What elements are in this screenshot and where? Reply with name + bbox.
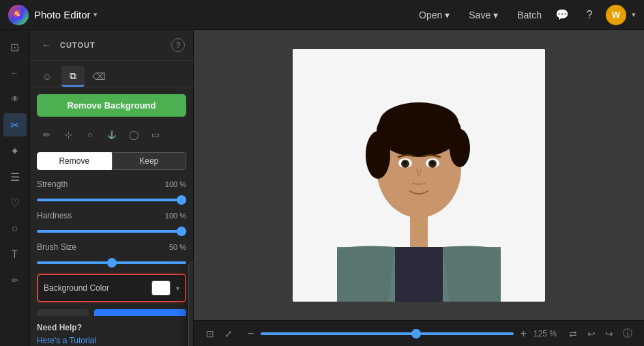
tool-anchor-button[interactable]: ⚓ (102, 125, 121, 144)
svg-point-16 (430, 161, 435, 165)
canvas-image (293, 49, 545, 302)
help-icon-button[interactable]: ? (579, 4, 600, 26)
effects-icon-button[interactable]: ✦ (3, 139, 27, 162)
tool-chat-button[interactable]: ○ (80, 125, 100, 144)
panel-back-button[interactable]: ← (38, 37, 55, 53)
strength-slider-group: Strength 100 % (37, 179, 186, 204)
canvas-viewport[interactable] (194, 30, 644, 320)
confirm-button[interactable]: ✓ (94, 309, 186, 316)
chat-icon-button[interactable]: 💬 (551, 4, 573, 26)
cancel-button[interactable]: ✕ (37, 309, 89, 316)
redo-button[interactable]: ↪ (604, 324, 615, 343)
color-picker-popup: Background Color 🔬 (188, 262, 194, 346)
background-color-row[interactable]: Background Color ▾ (37, 274, 186, 302)
tool-icons-row: ✏ ⊹ ○ ⚓ ◯ ▭ (37, 125, 186, 144)
tab-delete[interactable]: ⌫ (87, 66, 111, 87)
svg-rect-5 (395, 247, 443, 302)
side-panel: ← CUTOUT ? ☺ ⧉ ⌫ Remove Background ✏ ⊹ ○… (30, 30, 194, 346)
avatar-chevron[interactable]: ▾ (632, 10, 636, 19)
bg-color-label: Background Color (44, 283, 146, 293)
strength-slider[interactable] (37, 199, 186, 201)
tool-lasso-button[interactable]: ⊹ (59, 125, 78, 144)
title-chevron: ▾ (93, 10, 98, 19)
info-button[interactable]: ⓘ (622, 324, 634, 343)
panel-header: ← CUTOUT ? (30, 30, 193, 61)
brush-size-label: Brush Size (37, 242, 76, 252)
icon-bar: ⊡ ← 👁 ✂ ✦ ☰ ♡ ○ T ✏ (0, 30, 30, 346)
zoom-label: 125 % (533, 329, 561, 338)
undo-button[interactable]: ↩ (586, 324, 598, 343)
tutorial-link[interactable]: Here's a Tutorial (37, 336, 96, 345)
hardness-value: 100 % (165, 212, 186, 220)
action-row: ✕ ✓ (37, 309, 186, 316)
zoom-slider[interactable] (261, 332, 513, 335)
back-icon-button[interactable]: ← (3, 61, 27, 85)
strength-value: 100 % (165, 180, 186, 188)
hardness-slider-group: Hardness 100 % (37, 211, 186, 235)
panel-tabs: ☺ ⧉ ⌫ (30, 61, 193, 87)
svg-point-8 (366, 131, 390, 179)
remove-toggle-button[interactable]: Remove (37, 152, 112, 170)
panel-content: Remove Background ✏ ⊹ ○ ⚓ ◯ ▭ Remove Kee… (30, 87, 193, 316)
tool-circle-button[interactable]: ◯ (124, 125, 143, 144)
heart-icon-button[interactable]: ♡ (3, 191, 27, 214)
main-area: ⊡ ← 👁 ✂ ✦ ☰ ♡ ○ T ✏ ← CUTOUT ? ☺ ⧉ ⌫ Rem… (0, 30, 644, 346)
fullscreen-button[interactable]: ⤢ (223, 324, 235, 343)
hardness-slider[interactable] (37, 230, 186, 233)
hardness-label: Hardness (37, 211, 72, 220)
avatar[interactable]: W (606, 5, 626, 25)
text-icon-button[interactable]: T (3, 243, 27, 266)
svg-point-9 (450, 129, 470, 167)
shape-icon-button[interactable]: ○ (3, 217, 27, 240)
remove-background-button[interactable]: Remove Background (37, 94, 186, 117)
panel-help-button[interactable]: ? (171, 38, 185, 52)
need-help-section: Need Help? Here's a Tutorial (30, 316, 193, 346)
app-logo (8, 5, 29, 25)
tool-brush-button[interactable]: ✏ (37, 125, 56, 144)
canvas-area: ⊡ ⤢ − + 125 % ⇄ ↩ ↪ ⓘ (194, 30, 644, 346)
zoom-in-button[interactable]: + (521, 328, 527, 340)
strength-label: Strength (37, 179, 68, 189)
svg-point-15 (403, 161, 407, 165)
keep-toggle-button[interactable]: Keep (112, 152, 187, 170)
panel-title: CUTOUT (60, 41, 166, 49)
brush-size-value: 50 % (169, 243, 186, 251)
adjust-icon-button[interactable]: ☰ (3, 165, 27, 188)
bg-color-swatch (151, 280, 171, 295)
tab-layer[interactable]: ⧉ (61, 66, 85, 87)
need-help-title: Need Help? (37, 323, 186, 332)
tool-rect-button[interactable]: ▭ (146, 125, 165, 144)
svg-point-10 (379, 102, 458, 143)
flip-horizontal-button[interactable]: ⇄ (568, 324, 579, 343)
brush-size-slider[interactable] (37, 261, 186, 264)
svg-point-17 (417, 229, 421, 233)
toggle-row: Remove Keep (37, 152, 186, 170)
layers-icon-button[interactable]: ⊡ (3, 35, 27, 59)
person-svg (293, 49, 545, 302)
save-button[interactable]: Save ▾ (459, 5, 508, 25)
brush-size-slider-group: Brush Size 50 % (37, 242, 186, 267)
top-bar: Photo Editor ▾ Open ▾ Save ▾ Batch 💬 ? W… (0, 0, 644, 30)
app-title: Photo Editor (34, 9, 91, 20)
topbar-right: 💬 ? W ▾ (551, 4, 636, 26)
fit-screen-button[interactable]: ⊡ (205, 324, 216, 343)
tab-face[interactable]: ☺ (35, 66, 59, 87)
bg-color-dropdown-icon: ▾ (176, 285, 179, 292)
cutout-icon-button[interactable]: ✂ (3, 113, 27, 136)
open-button[interactable]: Open ▾ (409, 5, 459, 25)
eye-icon-button[interactable]: 👁 (3, 87, 27, 111)
bottom-bar: ⊡ ⤢ − + 125 % ⇄ ↩ ↪ ⓘ (194, 320, 644, 346)
zoom-out-button[interactable]: − (248, 328, 254, 340)
draw-icon-button[interactable]: ✏ (3, 269, 27, 292)
batch-button[interactable]: Batch (508, 5, 551, 25)
